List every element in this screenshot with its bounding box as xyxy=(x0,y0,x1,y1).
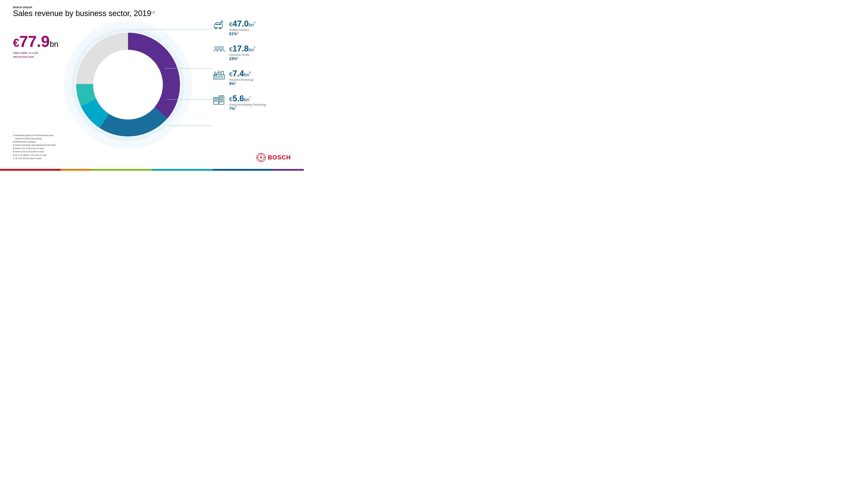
svg-rect-39 xyxy=(220,99,221,100)
total-subtitle: Sales stable, on a par with previous yea… xyxy=(13,51,58,59)
chart-area xyxy=(61,18,195,152)
strip-green xyxy=(91,169,152,171)
legend-item-consumer: €17.8bn5 Consumer Goods 23%3 xyxy=(213,44,291,61)
svg-rect-28 xyxy=(215,76,217,78)
legend-item-mobility: €47.0bn4 Mobility Solutions 61%3 xyxy=(213,20,291,36)
mobility-value: €47.0bn4 xyxy=(229,20,255,28)
industrial-pct: 9%3 xyxy=(229,82,254,86)
svg-point-19 xyxy=(215,46,217,49)
svg-rect-37 xyxy=(220,97,221,98)
legend-item-energy: €5.6bn7 Energy and Building Technology 7… xyxy=(213,94,291,111)
total-amount: €77.9bn xyxy=(13,34,58,49)
bosch-logo-icon xyxy=(256,153,266,162)
energy-label: Energy and Building Technology xyxy=(229,103,266,106)
consumer-label: Consumer Goods xyxy=(229,53,255,56)
svg-rect-41 xyxy=(220,101,221,102)
industrial-label: Industrial Technology xyxy=(229,78,254,82)
footnotes: 1 Preliminary figures for 2019 business … xyxy=(13,134,95,160)
footnote-1: 1 Preliminary figures for 2019 business … xyxy=(13,134,95,140)
energy-icon xyxy=(213,94,225,105)
consumer-text: €17.8bn5 Consumer Goods 23%3 xyxy=(229,44,255,61)
svg-rect-15 xyxy=(216,23,220,25)
footnote-4: 4 Down 0.1% (1.5%) year on year xyxy=(13,147,95,150)
header: BOSCH GROUP Sales revenue by business se… xyxy=(13,6,155,18)
energy-pct: 7%3 xyxy=(229,106,266,111)
svg-rect-25 xyxy=(221,71,223,75)
svg-rect-38 xyxy=(222,97,223,98)
svg-rect-30 xyxy=(221,76,223,78)
svg-point-45 xyxy=(260,157,262,158)
legend-item-industrial: €7.4bn6 Industrial Technology 9%3 xyxy=(213,69,291,86)
svg-point-21 xyxy=(221,46,223,49)
svg-rect-42 xyxy=(222,101,223,102)
svg-rect-35 xyxy=(214,100,215,101)
strip-purple xyxy=(273,169,304,171)
strip-red xyxy=(0,169,61,171)
page: BOSCH GROUP Sales revenue by business se… xyxy=(0,0,304,171)
svg-rect-29 xyxy=(218,76,220,78)
consumer-icon xyxy=(213,44,225,55)
svg-rect-40 xyxy=(222,99,223,100)
mobility-label: Mobility Solutions xyxy=(229,28,255,31)
strip-teal xyxy=(152,169,213,171)
energy-text: €5.6bn7 Energy and Building Technology 7… xyxy=(229,94,266,111)
euro-symbol: € xyxy=(13,36,19,49)
legend: €47.0bn4 Mobility Solutions 61%3 xyxy=(213,20,291,119)
strip-orange xyxy=(61,169,91,171)
main-title: Sales revenue by business sector, 20191,… xyxy=(13,9,155,18)
footnote-5: 5 Down 0.2% (0.6%) year on year xyxy=(13,150,95,153)
mobility-text: €47.0bn4 Mobility Solutions 61%3 xyxy=(229,20,255,36)
footnote-3: 3 Share (exchange rate-adjusted) of tota… xyxy=(13,143,95,147)
bosch-logo-text: BOSCH xyxy=(268,154,291,161)
bosch-logo: BOSCH xyxy=(256,153,291,162)
svg-rect-34 xyxy=(216,98,217,99)
energy-value: €5.6bn7 xyxy=(229,94,266,103)
mobility-icon xyxy=(213,20,225,30)
svg-rect-24 xyxy=(218,72,220,75)
industrial-text: €7.4bn6 Industrial Technology 9%3 xyxy=(229,69,254,86)
donut-chart xyxy=(61,18,195,152)
industrial-value: €7.4bn6 xyxy=(229,69,254,78)
svg-point-7 xyxy=(94,50,162,119)
svg-rect-36 xyxy=(216,100,217,101)
mobility-pct: 61%3 xyxy=(229,31,255,36)
consumer-pct: 23%3 xyxy=(229,56,255,61)
industrial-icon xyxy=(213,69,225,80)
footnote-6: 6 Up 0.1% (down 1.2%) year on year xyxy=(13,153,95,157)
total-value: €77.9bn Sales stable, on a par with prev… xyxy=(13,34,58,59)
consumer-value: €17.8bn5 xyxy=(229,44,255,53)
svg-point-18 xyxy=(221,22,221,22)
brand-name: BOSCH GROUP xyxy=(13,6,155,9)
svg-point-20 xyxy=(218,46,220,48)
bottom-strip xyxy=(0,169,304,171)
footnote-2: 2 Without other activities xyxy=(13,140,95,143)
svg-rect-33 xyxy=(214,98,215,99)
strip-blue xyxy=(213,169,273,171)
footnote-7: 7 Up 1.5% (0.8%) year on year xyxy=(13,157,95,160)
